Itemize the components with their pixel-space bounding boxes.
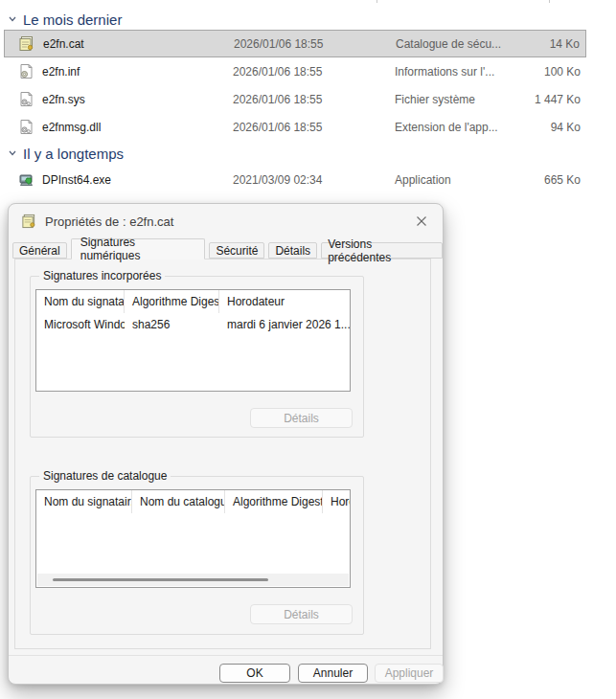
file-row-e2fn-cat[interactable]: e2fn.cat 2026/01/06 18:55 Catalogue de s…	[4, 30, 586, 57]
column-header-catalog-name[interactable]: Nom du catalogue	[132, 490, 225, 513]
column-header-digest-algorithm[interactable]: Algorithme Digest	[225, 490, 323, 513]
column-separator-tick	[549, 0, 550, 3]
file-size: 94 Ko	[551, 113, 581, 141]
group-header-long-ago[interactable]: Il y a longtemps	[8, 144, 124, 163]
file-date: 2026/01/06 18:55	[233, 113, 322, 141]
file-type: Extension de l'app...	[395, 113, 498, 141]
file-date: 2026/01/06 18:55	[234, 31, 323, 56]
column-separator-tick	[376, 0, 377, 3]
file-size: 665 Ko	[544, 166, 581, 193]
file-row-e2fn-inf[interactable]: e2fn.inf 2026/01/06 18:55 Informations s…	[4, 57, 586, 85]
file-name: e2fn.sys	[42, 85, 85, 113]
file-type: Application	[395, 166, 451, 193]
file-type: Catalogue de sécu...	[396, 31, 501, 56]
details-button-catalog[interactable]: Détails	[250, 604, 353, 624]
catalog-signatures-groupbox: Signatures de catalogue Nom du signatair…	[30, 476, 364, 635]
list-header: Nom du signatair... Algorithme Digest Ho…	[36, 290, 350, 313]
signer-name-cell: Microsoft Windo...	[36, 313, 125, 336]
list-header: Nom du signatair... Nom du catalogue Alg…	[36, 490, 350, 513]
apply-button[interactable]: Appliquer	[375, 664, 444, 683]
groupbox-legend: Signatures de catalogue	[39, 469, 171, 483]
close-icon	[416, 215, 427, 227]
file-name: e2fnmsg.dll	[42, 113, 101, 141]
file-date: 2021/03/09 02:34	[233, 166, 322, 193]
file-row-e2fnmsg-dll[interactable]: e2fnmsg.dll 2026/01/06 18:55 Extension d…	[4, 113, 586, 141]
security-catalog-icon	[18, 35, 34, 52]
tab-digital-signatures[interactable]: Signatures numériques	[71, 238, 206, 259]
details-button-embedded[interactable]: Détails	[250, 408, 353, 428]
file-type: Informations sur l'...	[395, 57, 494, 85]
scrollbar-thumb[interactable]	[53, 578, 268, 581]
column-header-digest-algorithm[interactable]: Algorithme Digest	[125, 290, 219, 313]
file-size: 1 447 Ko	[535, 85, 581, 113]
group-header-last-month[interactable]: Le mois dernier	[8, 10, 122, 29]
column-header-signer[interactable]: Nom du signatair...	[36, 290, 125, 313]
setup-information-icon	[18, 63, 34, 79]
properties-dialog: Propriétés de : e2fn.cat Général Signatu…	[8, 203, 444, 685]
timestamp-cell: mardi 6 janvier 2026 1...	[219, 313, 350, 336]
system-file-icon	[18, 91, 34, 107]
cancel-button[interactable]: Annuler	[298, 664, 368, 683]
column-header-signer[interactable]: Nom du signatair...	[36, 490, 132, 513]
application-icon	[18, 171, 34, 188]
footer-separator	[9, 655, 443, 656]
close-button[interactable]	[399, 204, 443, 238]
file-size: 100 Ko	[544, 57, 581, 85]
signature-row[interactable]: Microsoft Windo... sha256 mardi 6 janvie…	[36, 313, 350, 336]
file-name: e2fn.inf	[42, 57, 80, 85]
groupbox-legend: Signatures incorporées	[39, 269, 165, 282]
dialog-title: Propriétés de : e2fn.cat	[45, 214, 173, 229]
dll-file-icon	[18, 119, 34, 135]
embedded-signatures-groupbox: Signatures incorporées Nom du signatair.…	[30, 276, 364, 438]
file-size: 14 Ko	[550, 31, 580, 56]
file-date: 2026/01/06 18:55	[233, 57, 322, 85]
group-label: Le mois dernier	[23, 11, 122, 28]
chevron-down-icon	[8, 148, 17, 158]
group-label: Il y a longtemps	[23, 146, 124, 162]
security-catalog-icon	[21, 214, 36, 229]
embedded-signatures-list[interactable]: Nom du signatair... Algorithme Digest Ho…	[35, 289, 351, 392]
digest-algorithm-cell: sha256	[125, 313, 219, 336]
file-row-e2fn-sys[interactable]: e2fn.sys 2026/01/06 18:55 Fichier systèm…	[4, 85, 586, 113]
file-name: e2fn.cat	[43, 31, 84, 56]
tab-security[interactable]: Sécurité	[209, 242, 264, 259]
file-date: 2026/01/06 18:55	[233, 85, 322, 113]
catalog-signatures-list[interactable]: Nom du signatair... Nom du catalogue Alg…	[35, 489, 351, 588]
ok-button[interactable]: OK	[219, 664, 290, 683]
file-row-dpinst64-exe[interactable]: DPInst64.exe 2021/03/09 02:34 Applicatio…	[4, 166, 586, 193]
horizontal-scrollbar[interactable]	[37, 574, 349, 586]
column-header-timestamp[interactable]: Horod	[323, 490, 350, 513]
file-name: DPInst64.exe	[42, 166, 111, 193]
tab-general[interactable]: Général	[12, 242, 67, 259]
chevron-down-icon	[8, 14, 17, 24]
tab-strip: Général Signatures numériques Sécurité D…	[12, 242, 443, 259]
tab-previous-versions[interactable]: Versions précédentes	[321, 242, 443, 259]
column-header-timestamp[interactable]: Horodateur	[219, 290, 350, 313]
tab-details[interactable]: Détails	[268, 242, 317, 259]
file-type: Fichier système	[395, 85, 475, 113]
dialog-titlebar[interactable]: Propriétés de : e2fn.cat	[9, 204, 443, 238]
